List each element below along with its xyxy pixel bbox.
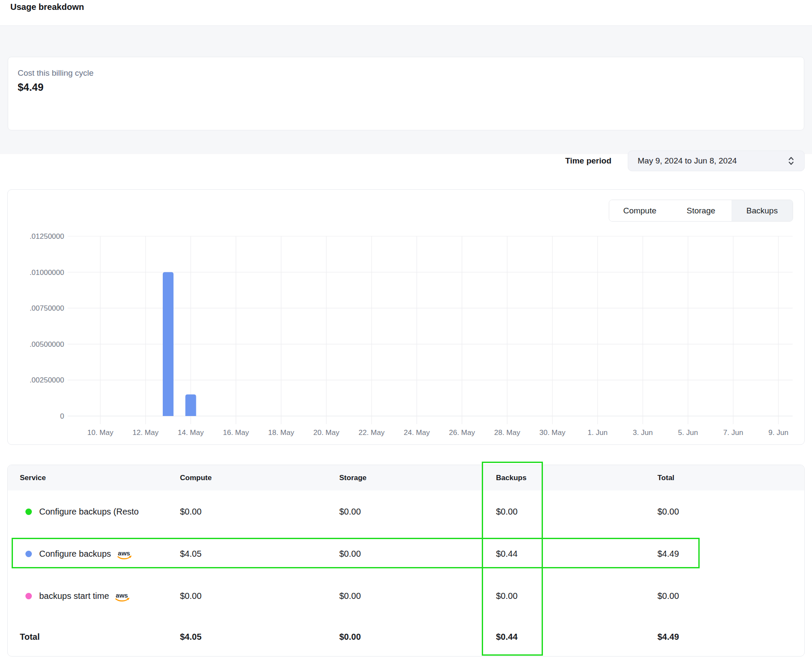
usage-type-tabs: Compute Storage Backups (609, 200, 793, 222)
select-updown-chevron-icon (787, 156, 795, 166)
billing-summary-band: Cost this billing cycle $4.49 (0, 25, 812, 154)
storage-cost: $0.00 (339, 507, 496, 517)
time-period-row: Time period May 9, 2024 to Jun 8, 2024 (565, 151, 805, 171)
storage-cost: $0.00 (339, 591, 496, 601)
compute-total: $4.05 (180, 632, 339, 642)
y-tick-label: .01250000 (30, 232, 64, 240)
backups-cost: $0.00 (496, 507, 657, 517)
total-label: Total (8, 632, 180, 642)
x-tick-label: 10. May (87, 429, 114, 437)
x-tick-label: 7. Jun (723, 429, 743, 437)
tab-storage[interactable]: Storage (670, 200, 731, 221)
tab-compute[interactable]: Compute (609, 200, 670, 221)
backups-cost: $0.00 (496, 591, 657, 601)
table-total-row: Total $4.05 $0.00 $0.44 $4.49 (8, 617, 804, 657)
total-cost: $0.00 (657, 507, 804, 517)
x-tick-label: 18. May (268, 429, 294, 437)
time-period-value: May 9, 2024 to Jun 8, 2024 (638, 156, 737, 166)
x-tick-label: 22. May (359, 429, 385, 437)
grand-total: $4.49 (657, 632, 804, 642)
billing-cycle-cost-card: Cost this billing cycle $4.49 (8, 57, 804, 130)
column-header-backups: Backups (496, 474, 657, 482)
x-tick-label: 26. May (449, 429, 475, 437)
chart-bar-13-may[interactable] (163, 272, 174, 416)
total-cost: $0.00 (657, 591, 804, 601)
svg-text:aws: aws (116, 592, 128, 599)
svg-text:aws: aws (118, 550, 130, 557)
x-tick-label: 20. May (313, 429, 340, 437)
x-tick-label: 9. Jun (769, 429, 788, 437)
usage-table-card: Service Compute Storage Backups Total Co… (7, 465, 805, 657)
x-tick-label: 28. May (494, 429, 521, 437)
x-tick-label: 24. May (404, 429, 430, 437)
x-tick-label: 30. May (539, 429, 566, 437)
compute-cost: $4.05 (180, 549, 339, 559)
x-tick-label: 16. May (223, 429, 249, 437)
y-tick-label: .00500000 (30, 340, 64, 348)
column-header-service: Service (8, 474, 180, 482)
compute-cost: $0.00 (180, 591, 339, 601)
service-name: backups start time (39, 591, 109, 601)
series-dot-blue (25, 551, 32, 557)
aws-logo-icon: aws (116, 550, 132, 559)
usage-bar-chart: 0.00250000.00500000.00750000.01000000.01… (8, 190, 805, 445)
service-name: Configure backups (39, 549, 111, 559)
x-tick-label: 1. Jun (588, 429, 607, 437)
tab-backups[interactable]: Backups (731, 200, 793, 221)
y-tick-label: .01000000 (30, 268, 64, 277)
service-name: Configure backups (Resto (39, 507, 139, 517)
cost-label: Cost this billing cycle (18, 68, 93, 78)
column-header-storage: Storage (339, 474, 496, 482)
total-cost: $4.49 (657, 549, 804, 559)
chart-bar-14-may[interactable] (186, 395, 196, 416)
table-row-configure-backups: Configure backups aws $4.05 $0.00 $0.44 … (8, 533, 804, 575)
series-dot-pink (25, 593, 32, 599)
storage-cost: $0.00 (339, 549, 496, 559)
storage-total: $0.00 (339, 632, 496, 642)
time-period-label: Time period (565, 156, 611, 166)
table-row-configure-backups-restore: Configure backups (Resto $0.00 $0.00 $0.… (8, 490, 804, 533)
table-header-row: Service Compute Storage Backups Total (8, 465, 804, 490)
table-row-backups-start-time: backups start time aws $0.00 $0.00 $0.00… (8, 575, 804, 617)
x-tick-label: 3. Jun (633, 429, 653, 437)
page-title: Usage breakdown (10, 2, 84, 12)
aws-logo-icon: aws (114, 592, 130, 601)
cost-amount: $4.49 (18, 81, 43, 93)
usage-breakdown-page: Usage breakdown Cost this billing cycle … (0, 0, 812, 666)
column-header-compute: Compute (180, 474, 339, 482)
y-tick-label: .00750000 (30, 304, 64, 312)
x-tick-label: 12. May (133, 429, 159, 437)
series-dot-green (25, 509, 32, 515)
backups-cost: $0.44 (496, 549, 657, 559)
x-tick-label: 14. May (178, 429, 204, 437)
y-tick-label: 0 (60, 412, 64, 420)
y-tick-label: .00250000 (30, 376, 64, 384)
x-tick-label: 5. Jun (678, 429, 698, 437)
time-period-select[interactable]: May 9, 2024 to Jun 8, 2024 (628, 151, 805, 171)
backups-total: $0.44 (496, 632, 657, 642)
column-header-total: Total (657, 474, 804, 482)
compute-cost: $0.00 (180, 507, 339, 517)
usage-chart-card: Compute Storage Backups 0.00250000.00500… (7, 189, 805, 445)
